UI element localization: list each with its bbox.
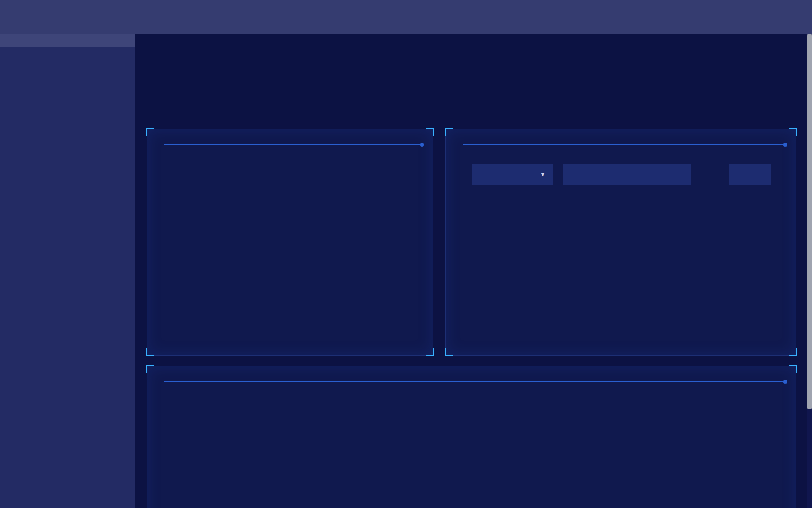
corner-accent <box>146 128 154 136</box>
corner-accent <box>445 348 453 356</box>
title-underline <box>463 144 785 145</box>
corner-accent <box>146 365 154 373</box>
corner-accent <box>789 365 797 373</box>
room-select[interactable]: ▼ <box>472 164 553 185</box>
corner-accent <box>146 348 154 356</box>
main-content: ▼ <box>135 34 807 508</box>
sidebar <box>0 34 135 508</box>
export-excel-button[interactable] <box>729 164 771 185</box>
app-header <box>0 0 812 34</box>
corner-accent <box>426 128 434 136</box>
corner-accent <box>789 128 797 136</box>
env-panel-title <box>446 129 796 138</box>
alarm-panel-title <box>147 366 796 375</box>
env-panel: ▼ <box>445 129 796 356</box>
health-panel-title <box>147 129 433 138</box>
chevron-down-icon: ▼ <box>540 172 545 177</box>
title-underline <box>164 144 422 145</box>
corner-accent <box>426 348 434 356</box>
scrollbar-thumb[interactable] <box>807 34 812 409</box>
title-underline <box>164 381 785 382</box>
time-range-picker <box>563 164 691 185</box>
page-scrollbar <box>807 34 812 508</box>
corner-accent <box>445 128 453 136</box>
corner-accent <box>789 348 797 356</box>
alarm-panel <box>147 366 796 508</box>
health-panel <box>147 129 433 356</box>
sidebar-collapse-handle[interactable] <box>0 34 135 47</box>
env-line-chart <box>446 214 797 355</box>
